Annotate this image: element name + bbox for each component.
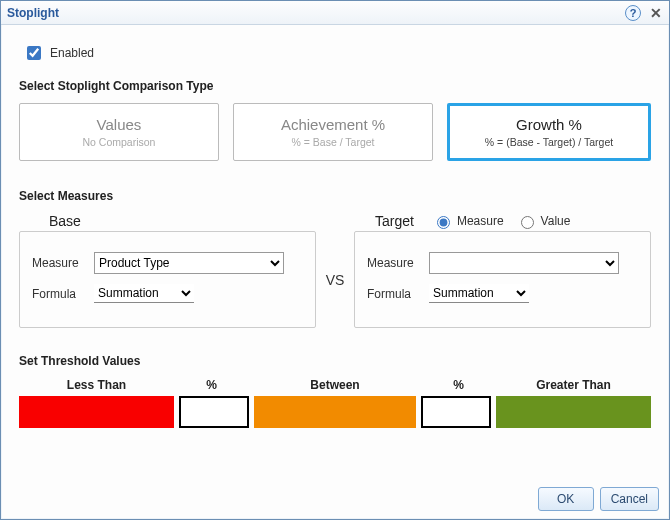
vs-label: VS xyxy=(316,231,354,328)
target-title: Target xyxy=(375,213,414,229)
cancel-button[interactable]: Cancel xyxy=(600,487,659,511)
threshold-less-label: Less Than xyxy=(19,378,174,392)
comparison-header: Select Stoplight Comparison Type xyxy=(19,79,651,93)
base-measure-label: Measure xyxy=(32,256,94,270)
comparison-card-growth[interactable]: Growth % % = (Base - Target) / Target xyxy=(447,103,651,161)
close-icon[interactable]: ✕ xyxy=(649,6,663,20)
threshold-less-color xyxy=(19,396,174,428)
comparison-card-title: Growth % xyxy=(516,116,582,133)
comparison-card-title: Achievement % xyxy=(281,116,385,133)
comparison-card-values[interactable]: Values No Comparison xyxy=(19,103,219,161)
target-panel: Measure Formula Summation xyxy=(354,231,651,328)
target-mode-measure-radio[interactable] xyxy=(437,216,450,229)
comparison-card-achievement[interactable]: Achievement % % = Base / Target xyxy=(233,103,433,161)
threshold-pct2-input[interactable] xyxy=(421,396,491,428)
comparison-card-sub: % = Base / Target xyxy=(292,136,375,148)
threshold-greater-color xyxy=(496,396,651,428)
window-title: Stoplight xyxy=(7,6,59,20)
base-title: Base xyxy=(49,213,81,229)
target-formula-select[interactable]: Summation xyxy=(429,284,529,303)
target-measure-select[interactable] xyxy=(429,252,619,274)
target-mode-radios: Measure Value xyxy=(432,213,571,229)
base-formula-select[interactable]: Summation xyxy=(94,284,194,303)
threshold-pct1-input[interactable] xyxy=(179,396,249,428)
enabled-label: Enabled xyxy=(50,46,94,60)
target-mode-measure[interactable]: Measure xyxy=(432,213,504,229)
comparison-card-sub: % = (Base - Target) / Target xyxy=(485,136,613,148)
threshold-greater-label: Greater Than xyxy=(496,378,651,392)
thresholds-header: Set Threshold Values xyxy=(19,354,651,368)
threshold-between-color xyxy=(254,396,416,428)
target-mode-value-radio[interactable] xyxy=(521,216,534,229)
threshold-bar xyxy=(19,396,651,428)
target-formula-label: Formula xyxy=(367,287,429,301)
threshold-pct2-label: % xyxy=(421,378,496,392)
target-measure-label: Measure xyxy=(367,256,429,270)
base-panel: Measure Product Type Formula Summation xyxy=(19,231,316,328)
threshold-header-row: Less Than % Between % Greater Than xyxy=(19,378,651,392)
enabled-checkbox[interactable] xyxy=(27,46,41,60)
help-icon[interactable]: ? xyxy=(625,5,641,21)
comparison-card-sub: No Comparison xyxy=(83,136,156,148)
comparison-type-row: Values No Comparison Achievement % % = B… xyxy=(19,103,651,161)
button-bar: OK Cancel xyxy=(538,487,659,511)
measures-header: Select Measures xyxy=(19,189,651,203)
threshold-between-label: Between xyxy=(249,378,421,392)
base-formula-label: Formula xyxy=(32,287,94,301)
threshold-pct1-label: % xyxy=(174,378,249,392)
base-measure-select[interactable]: Product Type xyxy=(94,252,284,274)
comparison-card-title: Values xyxy=(97,116,142,133)
ok-button[interactable]: OK xyxy=(538,487,594,511)
stoplight-dialog: Stoplight ? ✕ Enabled Select Stoplight C… xyxy=(0,0,670,520)
titlebar: Stoplight ? ✕ xyxy=(1,1,669,25)
target-mode-value[interactable]: Value xyxy=(516,213,571,229)
